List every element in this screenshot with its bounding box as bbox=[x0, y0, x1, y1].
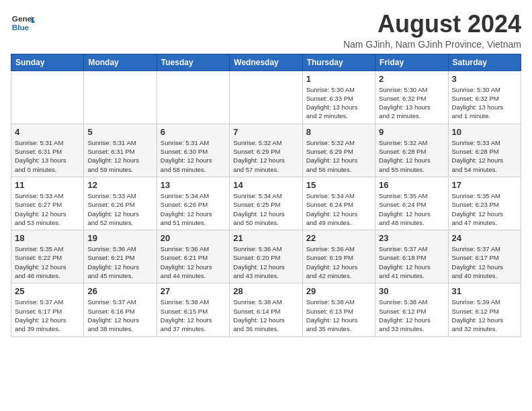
day-number: 15 bbox=[306, 180, 371, 190]
day-info: Sunrise: 5:35 AM Sunset: 6:22 PM Dayligh… bbox=[15, 244, 80, 280]
day-number: 17 bbox=[452, 180, 517, 190]
day-number: 30 bbox=[379, 286, 444, 296]
day-info: Sunrise: 5:34 AM Sunset: 6:25 PM Dayligh… bbox=[233, 191, 298, 227]
day-info: Sunrise: 5:33 AM Sunset: 6:26 PM Dayligh… bbox=[87, 191, 152, 227]
day-info: Sunrise: 5:36 AM Sunset: 6:21 PM Dayligh… bbox=[87, 244, 152, 280]
day-info: Sunrise: 5:32 AM Sunset: 6:28 PM Dayligh… bbox=[379, 138, 444, 174]
calendar-week-row: 11Sunrise: 5:33 AM Sunset: 6:27 PM Dayli… bbox=[11, 177, 521, 230]
calendar-week-row: 25Sunrise: 5:37 AM Sunset: 6:17 PM Dayli… bbox=[11, 283, 521, 336]
calendar-cell: 17Sunrise: 5:35 AM Sunset: 6:23 PM Dayli… bbox=[448, 177, 521, 230]
day-number: 27 bbox=[161, 286, 226, 296]
day-number: 7 bbox=[233, 127, 298, 137]
day-number: 25 bbox=[15, 286, 80, 296]
day-info: Sunrise: 5:32 AM Sunset: 6:29 PM Dayligh… bbox=[233, 138, 298, 174]
day-info: Sunrise: 5:37 AM Sunset: 6:17 PM Dayligh… bbox=[15, 298, 80, 333]
calendar-cell: 21Sunrise: 5:36 AM Sunset: 6:20 PM Dayli… bbox=[230, 230, 302, 283]
calendar-cell: 18Sunrise: 5:35 AM Sunset: 6:22 PM Dayli… bbox=[11, 230, 84, 283]
day-number: 20 bbox=[161, 233, 226, 243]
calendar-cell: 26Sunrise: 5:37 AM Sunset: 6:16 PM Dayli… bbox=[84, 283, 157, 336]
day-info: Sunrise: 5:36 AM Sunset: 6:19 PM Dayligh… bbox=[306, 244, 371, 280]
day-info: Sunrise: 5:37 AM Sunset: 6:16 PM Dayligh… bbox=[87, 298, 152, 333]
day-info: Sunrise: 5:31 AM Sunset: 6:31 PM Dayligh… bbox=[87, 138, 152, 174]
calendar-cell: 28Sunrise: 5:38 AM Sunset: 6:14 PM Dayli… bbox=[230, 283, 302, 336]
day-number: 16 bbox=[379, 180, 444, 190]
calendar-cell: 27Sunrise: 5:38 AM Sunset: 6:15 PM Dayli… bbox=[157, 283, 229, 336]
calendar-cell: 14Sunrise: 5:34 AM Sunset: 6:25 PM Dayli… bbox=[230, 177, 302, 230]
calendar-cell: 13Sunrise: 5:34 AM Sunset: 6:26 PM Dayli… bbox=[157, 177, 229, 230]
calendar-cell bbox=[157, 71, 229, 124]
day-info: Sunrise: 5:35 AM Sunset: 6:23 PM Dayligh… bbox=[452, 191, 517, 227]
weekday-header-friday: Friday bbox=[375, 54, 448, 71]
calendar-cell: 16Sunrise: 5:35 AM Sunset: 6:24 PM Dayli… bbox=[375, 177, 448, 230]
day-info: Sunrise: 5:37 AM Sunset: 6:18 PM Dayligh… bbox=[379, 244, 444, 280]
day-info: Sunrise: 5:38 AM Sunset: 6:14 PM Dayligh… bbox=[233, 298, 298, 333]
day-number: 12 bbox=[87, 180, 152, 190]
weekday-header-monday: Monday bbox=[84, 54, 157, 71]
day-info: Sunrise: 5:34 AM Sunset: 6:26 PM Dayligh… bbox=[161, 191, 226, 227]
calendar-cell: 29Sunrise: 5:38 AM Sunset: 6:13 PM Dayli… bbox=[302, 283, 375, 336]
calendar-cell: 22Sunrise: 5:36 AM Sunset: 6:19 PM Dayli… bbox=[302, 230, 375, 283]
calendar-cell: 3Sunrise: 5:30 AM Sunset: 6:32 PM Daylig… bbox=[448, 71, 521, 124]
day-number: 14 bbox=[233, 180, 298, 190]
day-number: 28 bbox=[233, 286, 298, 296]
weekday-header-tuesday: Tuesday bbox=[157, 54, 229, 71]
day-number: 26 bbox=[87, 286, 152, 296]
month-title: August 2024 bbox=[343, 11, 521, 38]
day-info: Sunrise: 5:37 AM Sunset: 6:17 PM Dayligh… bbox=[452, 244, 517, 280]
day-info: Sunrise: 5:31 AM Sunset: 6:30 PM Dayligh… bbox=[161, 138, 226, 174]
calendar-cell: 15Sunrise: 5:34 AM Sunset: 6:24 PM Dayli… bbox=[302, 177, 375, 230]
weekday-header-wednesday: Wednesday bbox=[230, 54, 302, 71]
weekday-header-saturday: Saturday bbox=[448, 54, 521, 71]
calendar-cell: 30Sunrise: 5:38 AM Sunset: 6:12 PM Dayli… bbox=[375, 283, 448, 336]
day-number: 18 bbox=[15, 233, 80, 243]
day-number: 22 bbox=[306, 233, 371, 243]
day-number: 11 bbox=[15, 180, 80, 190]
day-number: 10 bbox=[452, 127, 517, 137]
calendar-week-row: 1Sunrise: 5:30 AM Sunset: 6:33 PM Daylig… bbox=[11, 71, 521, 124]
day-number: 2 bbox=[379, 74, 444, 84]
day-info: Sunrise: 5:38 AM Sunset: 6:13 PM Dayligh… bbox=[306, 298, 371, 333]
calendar-cell: 20Sunrise: 5:36 AM Sunset: 6:21 PM Dayli… bbox=[157, 230, 229, 283]
title-block: August 2024 Nam GJinh, Nam GJinh Provinc… bbox=[343, 11, 521, 50]
weekday-header-thursday: Thursday bbox=[302, 54, 375, 71]
calendar-cell: 4Sunrise: 5:31 AM Sunset: 6:31 PM Daylig… bbox=[11, 124, 84, 177]
day-number: 24 bbox=[452, 233, 517, 243]
day-info: Sunrise: 5:38 AM Sunset: 6:15 PM Dayligh… bbox=[161, 298, 226, 333]
calendar-cell bbox=[230, 71, 302, 124]
calendar-cell bbox=[84, 71, 157, 124]
calendar-week-row: 4Sunrise: 5:31 AM Sunset: 6:31 PM Daylig… bbox=[11, 124, 521, 177]
calendar-cell: 31Sunrise: 5:39 AM Sunset: 6:12 PM Dayli… bbox=[448, 283, 521, 336]
day-number: 29 bbox=[306, 286, 371, 296]
calendar-cell: 6Sunrise: 5:31 AM Sunset: 6:30 PM Daylig… bbox=[157, 124, 229, 177]
logo: General Blue bbox=[11, 11, 35, 35]
calendar-cell: 23Sunrise: 5:37 AM Sunset: 6:18 PM Dayli… bbox=[375, 230, 448, 283]
day-info: Sunrise: 5:32 AM Sunset: 6:29 PM Dayligh… bbox=[306, 138, 371, 174]
calendar-cell: 10Sunrise: 5:33 AM Sunset: 6:28 PM Dayli… bbox=[448, 124, 521, 177]
calendar-cell: 7Sunrise: 5:32 AM Sunset: 6:29 PM Daylig… bbox=[230, 124, 302, 177]
day-info: Sunrise: 5:38 AM Sunset: 6:12 PM Dayligh… bbox=[379, 298, 444, 333]
day-info: Sunrise: 5:35 AM Sunset: 6:24 PM Dayligh… bbox=[379, 191, 444, 227]
calendar-cell: 1Sunrise: 5:30 AM Sunset: 6:33 PM Daylig… bbox=[302, 71, 375, 124]
day-number: 8 bbox=[306, 127, 371, 137]
day-info: Sunrise: 5:31 AM Sunset: 6:31 PM Dayligh… bbox=[15, 138, 80, 174]
day-number: 4 bbox=[15, 127, 80, 137]
calendar-cell: 12Sunrise: 5:33 AM Sunset: 6:26 PM Dayli… bbox=[84, 177, 157, 230]
day-info: Sunrise: 5:30 AM Sunset: 6:32 PM Dayligh… bbox=[452, 85, 517, 121]
location-title: Nam GJinh, Nam GJinh Province, Vietnam bbox=[343, 39, 521, 50]
day-info: Sunrise: 5:33 AM Sunset: 6:28 PM Dayligh… bbox=[452, 138, 517, 174]
calendar-cell: 9Sunrise: 5:32 AM Sunset: 6:28 PM Daylig… bbox=[375, 124, 448, 177]
day-number: 21 bbox=[233, 233, 298, 243]
day-number: 13 bbox=[161, 180, 226, 190]
day-number: 9 bbox=[379, 127, 444, 137]
day-number: 6 bbox=[161, 127, 226, 137]
calendar-cell: 8Sunrise: 5:32 AM Sunset: 6:29 PM Daylig… bbox=[302, 124, 375, 177]
calendar-cell bbox=[11, 71, 84, 124]
day-info: Sunrise: 5:30 AM Sunset: 6:32 PM Dayligh… bbox=[379, 85, 444, 121]
day-info: Sunrise: 5:36 AM Sunset: 6:20 PM Dayligh… bbox=[233, 244, 298, 280]
calendar-cell: 11Sunrise: 5:33 AM Sunset: 6:27 PM Dayli… bbox=[11, 177, 84, 230]
day-info: Sunrise: 5:36 AM Sunset: 6:21 PM Dayligh… bbox=[161, 244, 226, 280]
day-number: 19 bbox=[87, 233, 152, 243]
weekday-header-row: SundayMondayTuesdayWednesdayThursdayFrid… bbox=[11, 54, 521, 71]
day-number: 1 bbox=[306, 74, 371, 84]
day-info: Sunrise: 5:33 AM Sunset: 6:27 PM Dayligh… bbox=[15, 191, 80, 227]
